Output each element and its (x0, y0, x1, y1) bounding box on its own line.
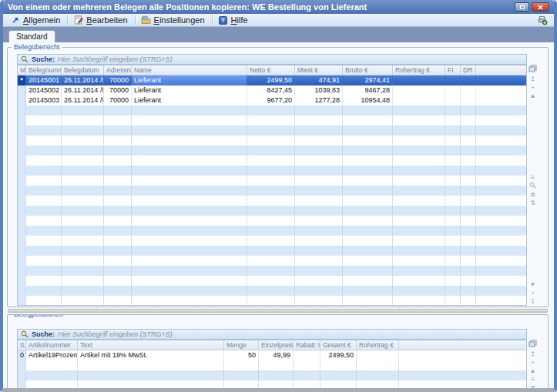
cell-empty[interactable] (247, 126, 295, 136)
empty-row[interactable] (18, 156, 526, 166)
cell-empty[interactable] (26, 176, 62, 186)
cell-empty[interactable] (445, 266, 461, 276)
cell-empty[interactable] (343, 196, 393, 206)
cell-empty[interactable] (132, 146, 247, 156)
cell-empty[interactable] (393, 126, 445, 136)
cell-empty[interactable] (320, 360, 357, 370)
cell-empty[interactable] (62, 156, 104, 166)
cell-empty[interactable] (132, 126, 247, 136)
cell-empty[interactable] (461, 296, 476, 306)
cell-brutto[interactable]: 2974,41 (343, 75, 393, 85)
cell-empty[interactable] (295, 236, 343, 246)
cell-empty[interactable] (26, 106, 62, 116)
cell-empty[interactable] (445, 206, 461, 216)
cell-empty[interactable] (343, 216, 393, 226)
cell-empty[interactable] (247, 256, 295, 266)
cell-empty[interactable] (247, 266, 295, 276)
cell-filler[interactable] (476, 85, 526, 95)
cell-empty[interactable] (343, 226, 393, 236)
cell-empty[interactable] (476, 126, 526, 136)
cell-empty[interactable] (26, 380, 78, 388)
cell-menge[interactable]: 50 (224, 350, 259, 360)
cell-empty[interactable] (393, 276, 445, 286)
cell-empty[interactable] (393, 296, 445, 306)
cell-empty[interactable] (247, 206, 295, 216)
cell-empty[interactable] (294, 360, 320, 370)
empty-row[interactable] (18, 176, 526, 186)
scroll-to-top-button[interactable]: ↥ (530, 75, 535, 83)
cell-empty[interactable] (476, 286, 526, 296)
cell-empty[interactable] (343, 296, 393, 306)
cell-empty[interactable] (393, 266, 445, 276)
cell-empty[interactable] (399, 370, 526, 380)
cell-empty[interactable] (132, 216, 247, 226)
cell-empty[interactable] (295, 226, 343, 236)
cell-empty[interactable] (18, 206, 26, 216)
cell-empty[interactable] (62, 266, 104, 276)
cell-empty[interactable] (295, 126, 343, 136)
cell-empty[interactable] (247, 116, 295, 126)
cell-empty[interactable] (18, 360, 26, 370)
cell-empty[interactable] (461, 216, 476, 226)
cell-empty[interactable] (445, 136, 461, 146)
cell-empty[interactable] (132, 186, 247, 196)
cell-empty[interactable] (247, 196, 295, 206)
cell-empty[interactable] (357, 370, 399, 380)
cell-empty[interactable] (476, 256, 526, 266)
empty-row[interactable] (18, 186, 526, 196)
column-chooser-button[interactable] (528, 65, 537, 72)
scroll-to-bottom-button[interactable]: ↧ (530, 297, 535, 306)
cell-empty[interactable] (295, 166, 343, 176)
cell-empty[interactable] (224, 360, 259, 370)
cell-empty[interactable] (343, 286, 393, 296)
cell-einzelpreis[interactable]: 49,99 (259, 350, 294, 360)
cell-empty[interactable] (104, 256, 132, 266)
cell-empty[interactable] (343, 266, 393, 276)
toolbar-button-einstellungen[interactable]: Einstellungen (137, 15, 210, 25)
cell-empty[interactable] (445, 296, 461, 306)
cell-empty[interactable] (476, 106, 526, 116)
cell-empty[interactable] (343, 126, 393, 136)
cell-rohertrag[interactable] (357, 350, 399, 360)
cell-empty[interactable] (343, 276, 393, 286)
empty-row[interactable] (18, 166, 526, 176)
cell-empty[interactable] (62, 256, 104, 266)
cell-empty[interactable] (445, 186, 461, 196)
cell-empty[interactable] (18, 246, 26, 256)
cell-netto[interactable]: 2499,50 (247, 75, 295, 85)
cell-empty[interactable] (104, 136, 132, 146)
empty-row[interactable] (18, 126, 526, 136)
cell-empty[interactable] (320, 380, 357, 388)
cell-empty[interactable] (445, 276, 461, 286)
cell-empty[interactable] (104, 156, 132, 166)
cell-empty[interactable] (132, 256, 247, 266)
cell-brutto[interactable]: 10954,48 (343, 95, 393, 106)
cell-empty[interactable] (445, 156, 461, 166)
cell-empty[interactable] (104, 236, 132, 246)
cell-empty[interactable] (62, 226, 104, 236)
cell-belegdatum[interactable]: 26.11.2014 /Mi (62, 95, 104, 106)
cell-empty[interactable] (445, 196, 461, 206)
cell-empty[interactable] (320, 370, 357, 380)
column-header-filler[interactable] (399, 340, 526, 350)
column-header-gesamt[interactable]: Gesamt € (320, 340, 357, 350)
cell-empty[interactable] (461, 136, 476, 146)
cell-empty[interactable] (445, 256, 461, 266)
cell-empty[interactable] (476, 216, 526, 226)
cell-dr[interactable] (461, 95, 476, 106)
cell-empty[interactable] (343, 246, 393, 256)
cell-empty[interactable] (18, 176, 26, 186)
cell-empty[interactable] (18, 266, 26, 276)
cell-brutto[interactable]: 9467,28 (343, 85, 393, 95)
cell-empty[interactable] (445, 146, 461, 156)
column-header-text[interactable]: Text (78, 340, 224, 350)
cell-empty[interactable] (357, 360, 399, 370)
cell-empty[interactable] (461, 146, 476, 156)
cell-empty[interactable] (18, 256, 26, 266)
cell-empty[interactable] (104, 226, 132, 236)
cell-empty[interactable] (343, 186, 393, 196)
cell-empty[interactable] (132, 166, 247, 176)
cell-gesamt[interactable]: 2499,50 (320, 350, 357, 360)
cell-empty[interactable] (476, 156, 526, 166)
scroll-to-top-button[interactable]: ↥ (530, 350, 535, 358)
